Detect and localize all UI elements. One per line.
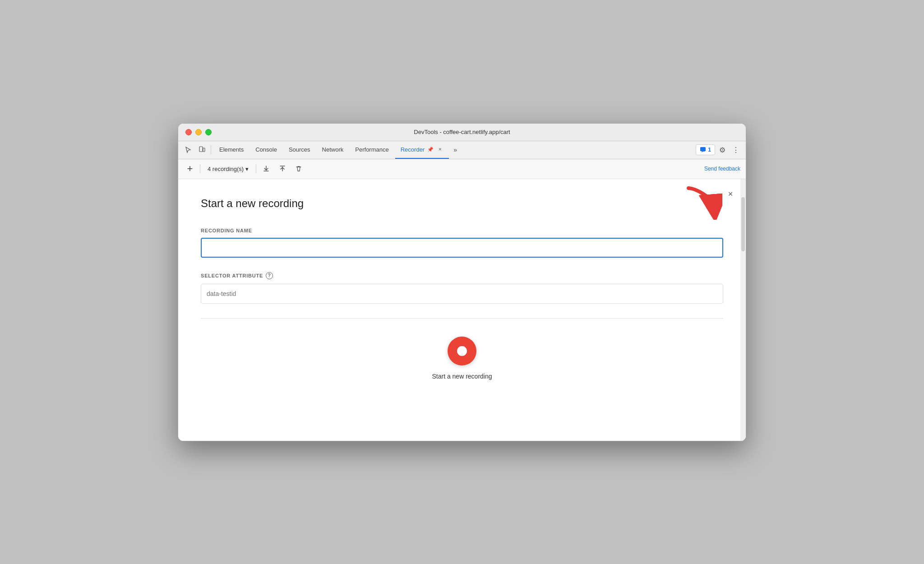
chat-icon	[700, 147, 706, 153]
selector-attribute-label: SELECTOR ATTRIBUTE ?	[201, 272, 723, 279]
svg-rect-0	[199, 147, 203, 152]
chevron-down-icon: ▾	[245, 166, 249, 172]
scrollbar-track[interactable]	[740, 179, 746, 441]
import-icon	[279, 165, 286, 172]
tab-close-button[interactable]: ×	[436, 146, 444, 153]
add-recording-button[interactable]: +	[184, 162, 196, 175]
svg-rect-1	[203, 148, 205, 152]
tab-recorder[interactable]: Recorder 📌 ×	[395, 141, 449, 159]
record-button-section: Start a new recording	[201, 328, 723, 384]
maximize-window-button[interactable]	[205, 129, 212, 135]
close-window-button[interactable]	[185, 129, 192, 135]
window-title: DevTools - coffee-cart.netlify.app/cart	[414, 129, 510, 135]
main-content: × Start a new recording RECORDING NAME S…	[178, 179, 746, 441]
close-panel-button[interactable]: ×	[724, 188, 737, 201]
annotation-arrow	[682, 184, 722, 222]
device-icon	[198, 146, 205, 153]
record-icon	[457, 346, 467, 356]
minimize-window-button[interactable]	[195, 129, 202, 135]
traffic-lights	[185, 129, 212, 135]
import-button[interactable]	[276, 162, 289, 175]
devtools-toolbar: Elements Console Sources Network Perform…	[178, 141, 746, 159]
tab-performance[interactable]: Performance	[350, 141, 394, 159]
tab-console[interactable]: Console	[250, 141, 282, 159]
panel-title: Start a new recording	[201, 197, 723, 210]
export-icon	[263, 165, 270, 172]
settings-button[interactable]: ⚙	[716, 143, 729, 156]
scrollbar-thumb[interactable]	[741, 197, 745, 251]
more-tabs-button[interactable]: »	[450, 144, 461, 155]
secondary-toolbar-divider-2	[256, 164, 256, 173]
svg-rect-2	[700, 147, 706, 151]
delete-recording-button[interactable]	[292, 162, 305, 175]
toolbar-divider-1	[211, 145, 211, 154]
secondary-toolbar: + 4 recording(s) ▾ Send feedback	[178, 159, 746, 179]
recording-name-label: RECORDING NAME	[201, 228, 723, 233]
tab-network[interactable]: Network	[317, 141, 349, 159]
notifications-button[interactable]: 1	[696, 144, 715, 155]
selector-attribute-section: SELECTOR ATTRIBUTE ?	[201, 272, 723, 304]
cursor-icon	[185, 146, 192, 153]
more-options-button[interactable]: ⋮	[730, 143, 742, 156]
selector-attribute-input[interactable]	[201, 284, 723, 304]
recording-name-section: RECORDING NAME	[201, 228, 723, 258]
devtools-window: DevTools - coffee-cart.netlify.app/cart …	[178, 123, 746, 441]
cursor-tool-button[interactable]	[182, 143, 194, 156]
device-toggle-button[interactable]	[195, 143, 208, 156]
title-bar: DevTools - coffee-cart.netlify.app/cart	[178, 124, 746, 141]
record-button-label: Start a new recording	[432, 373, 492, 380]
close-icon: ×	[728, 190, 733, 199]
content-divider	[201, 318, 723, 319]
help-icon[interactable]: ?	[266, 272, 273, 279]
recordings-dropdown[interactable]: 4 recording(s) ▾	[204, 164, 252, 174]
start-recording-button[interactable]	[448, 337, 476, 365]
export-button[interactable]	[260, 162, 273, 175]
pin-icon: 📌	[427, 147, 434, 153]
gear-icon: ⚙	[719, 146, 725, 154]
trash-icon	[295, 165, 302, 172]
secondary-toolbar-divider	[200, 164, 200, 173]
recording-name-input[interactable]	[201, 238, 723, 258]
tab-sources[interactable]: Sources	[283, 141, 316, 159]
tab-elements[interactable]: Elements	[214, 141, 249, 159]
send-feedback-link[interactable]: Send feedback	[704, 166, 740, 172]
dots-icon: ⋮	[732, 146, 739, 154]
